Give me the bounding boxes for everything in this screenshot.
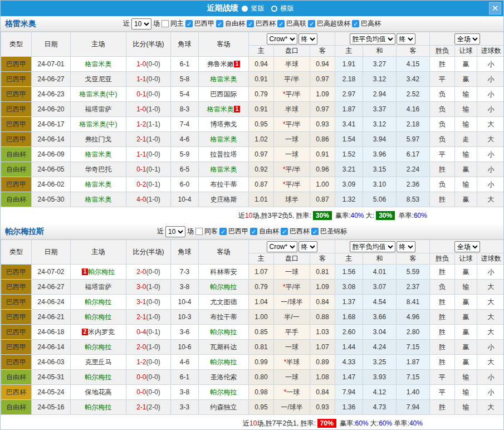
avg-final-select[interactable]: 终 (397, 33, 415, 45)
odds-away-cell: 1.00 (310, 177, 335, 192)
sub-header-avg-win: 主 (335, 253, 363, 265)
home-team-cell: 弗拉门戈 (71, 132, 126, 147)
home-team-name: 弗拉门戈 (85, 135, 112, 143)
away-team-cell: 格雷米奥1 (199, 102, 249, 117)
handicap-result-cell: 输 (455, 280, 477, 295)
league-label: 巴西甲 (194, 19, 214, 28)
result-cell: 胜 (430, 295, 455, 310)
home-team-name: 格雷米奥 (85, 180, 112, 188)
sub-header-handicap-result: 让球 (455, 253, 477, 265)
summary-text: 60% (414, 212, 427, 219)
handicap-value: 平/半 (286, 283, 301, 291)
avg-select[interactable]: 胜平负均值 (350, 33, 395, 45)
league-checkbox[interactable]: ✓ (311, 228, 319, 235)
avg-final-select[interactable]: 终 (397, 241, 415, 252)
away-team-name: 尤文图德 (211, 298, 237, 306)
goals-cell: 小 (477, 102, 504, 117)
close-icon[interactable]: ✕ (489, 2, 501, 14)
away-team-cell: 巴西国际 (199, 87, 249, 102)
away-team-name: 巴西国际 (211, 90, 237, 98)
league-checkbox[interactable]: ✓ (277, 20, 285, 27)
handicap-result-cell: 赢 (455, 72, 477, 87)
match-row: 巴西甲24-06-17格雷米奥(中)1-2(1-1)7-4博塔弗戈0.95*平/… (1, 117, 504, 132)
league-checkbox[interactable]: ✓ (308, 20, 315, 27)
avg-lose-cell: 7.94 (397, 400, 430, 415)
halftime-score: (1-0) (146, 343, 160, 351)
odds-final-select[interactable]: 终 (299, 33, 317, 45)
league-type-cell: 巴西杯 (1, 385, 32, 400)
avg-win-cell: 1.47 (335, 370, 363, 385)
home-team-cell: 格雷米奥(中) (71, 117, 126, 132)
avg-draw-cell: 3.93 (363, 370, 397, 385)
scope-select[interactable]: 全场 (454, 33, 480, 45)
away-team-name: 布拉干蒂 (211, 313, 237, 321)
date-cell: 24-06-03 (32, 355, 71, 370)
avg-draw-cell: 3.37 (363, 102, 397, 117)
rank-badge: 1 (82, 268, 89, 275)
avg-draw-cell: 4.24 (363, 340, 397, 355)
odds-company-select[interactable]: Crow* (267, 33, 297, 45)
goals-cell: 小 (477, 72, 504, 87)
date-cell: 24-05-16 (32, 400, 71, 415)
corner-cell: 8-3 (171, 102, 199, 117)
league-checkbox[interactable]: ✓ (250, 228, 257, 235)
col-header-type: 类型 (1, 32, 32, 57)
horizontal-layout-radio[interactable] (271, 6, 277, 12)
odds-home-cell: 0.94 (249, 57, 274, 72)
handicap-value: 一/球半 (281, 298, 302, 306)
same-venue-checkbox[interactable] (195, 228, 203, 235)
fulltime-score: 1-2 (136, 358, 146, 366)
vertical-layout-radio[interactable] (242, 6, 248, 12)
avg-win-cell: 1.37 (335, 295, 363, 310)
home-team-cell: 帕尔梅拉 (71, 400, 126, 415)
fulltime-score: 1-0 (136, 105, 146, 113)
league-type-cell: 自由杯 (1, 192, 32, 207)
col-header-score: 比分(半场) (126, 240, 171, 265)
fulltime-score: 1-1 (136, 150, 146, 158)
odds-home-cell: 0.95 (249, 400, 274, 415)
home-team-name: 克里丘马 (85, 358, 112, 366)
same-venue-checkbox[interactable] (162, 20, 169, 27)
handicap-cell: 平手 (274, 325, 310, 340)
summary-text: 场,胜3平2负5, 胜率: (252, 211, 311, 221)
match-table-palmeiras: 类型 日期 主场 比分(半场) 角球 客场 Crow*终 胜平负均值终 全场 主… (1, 240, 504, 415)
goals-cell: 小 (477, 340, 504, 355)
rate-badge: 30% (376, 211, 395, 220)
odds-away-cell: 0.88 (310, 310, 335, 325)
match-row: 巴西甲24-06-27福塔雷萨3-0(1-0)3-8帕尔梅拉0.79*平/半1.… (1, 280, 504, 295)
handicap-value: 平手 (285, 328, 299, 336)
handicap-cell: 半球 (274, 102, 310, 117)
avg-lose-cell: 2.52 (397, 87, 430, 102)
league-checkbox[interactable]: ✓ (185, 20, 193, 27)
league-checkbox[interactable]: ✓ (247, 20, 254, 27)
league-checkbox[interactable]: ✓ (219, 228, 227, 235)
home-team-name: 帕尔梅拉 (85, 373, 112, 381)
sub-header-odds-away: 客 (310, 253, 335, 265)
avg-select[interactable]: 胜平负均值 (350, 241, 395, 252)
corner-cell: 7-4 (171, 117, 199, 132)
result-cell: 胜 (430, 310, 455, 325)
handicap-result-cell: 走 (455, 132, 477, 147)
away-team-cell: 史庄格斯 (199, 192, 249, 207)
home-team-cell: 帕尔梅拉 (71, 340, 126, 355)
league-checkbox[interactable]: ✓ (352, 20, 359, 27)
avg-lose-cell: 2.18 (397, 117, 430, 132)
league-label: 巴圣锦标 (320, 227, 347, 236)
recent-count-select[interactable]: 10 (131, 18, 151, 30)
handicap-cell: 球半 (274, 192, 310, 207)
away-team-cell: 布拉干蒂 (199, 310, 249, 325)
handicap-cell: 一球 (274, 370, 310, 385)
recent-count-select[interactable]: 10 (165, 226, 185, 237)
match-row: 自由杯24-06-05华奇巴托0-1(0-1)6-5格雷米奥0.92*平/半0.… (1, 162, 504, 177)
league-checkbox[interactable]: ✓ (281, 228, 288, 235)
odds-company-select[interactable]: Crow* (267, 241, 297, 252)
horizontal-layout-label: 横版 (281, 4, 294, 13)
odds-final-select[interactable]: 终 (299, 241, 317, 252)
score-cell: 2-1(2-0) (126, 400, 171, 415)
odds-away-cell: 0.94 (310, 57, 335, 72)
result-cell: 胜 (430, 192, 455, 207)
handicap-cell: *平/半 (274, 162, 310, 177)
away-team-name: 帕尔梅拉 (211, 283, 237, 291)
league-checkbox[interactable]: ✓ (216, 20, 223, 27)
scope-select[interactable]: 全场 (454, 241, 480, 252)
